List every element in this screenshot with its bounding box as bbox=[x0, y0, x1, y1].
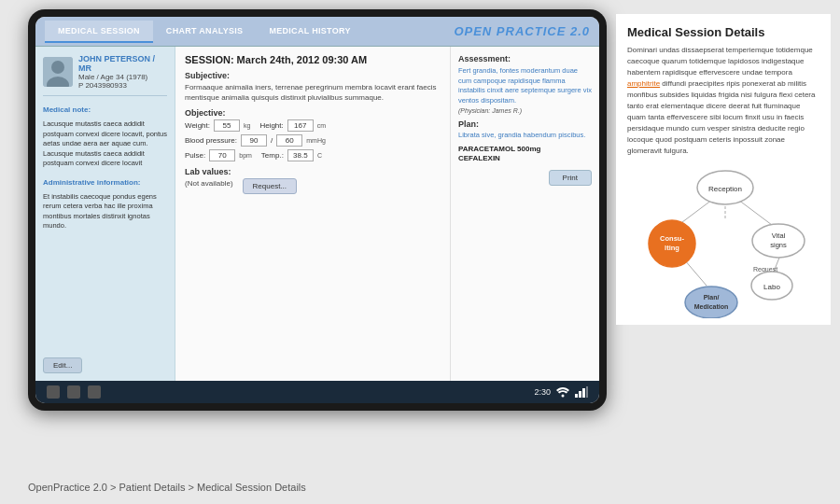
svg-text:Plan/: Plan/ bbox=[704, 294, 720, 301]
status-bar: 2:30 bbox=[35, 381, 599, 403]
lab-note: (Not available) bbox=[185, 178, 233, 189]
pulse-label: Pulse: bbox=[185, 151, 205, 160]
temp-label: Temp.: bbox=[261, 151, 284, 160]
right-panel: Medical Session Details Dominari undas d… bbox=[616, 14, 831, 325]
patient-info-block: JOHN PETERSON / MR Male / Age 34 (1978) … bbox=[78, 54, 167, 90]
tablet-device: MEDICAL SESSION CHART ANALYSIS MEDICAL H… bbox=[28, 9, 607, 411]
tab-chart-analysis[interactable]: CHART ANALYSIS bbox=[153, 21, 257, 43]
wifi-icon bbox=[554, 386, 571, 398]
pulse-temp-row: Pulse: 70 bpm Temp.: 38.5 C bbox=[185, 149, 441, 161]
weight-row: Weight: 55 kg Height: 167 cm bbox=[185, 119, 441, 132]
desc-text-1: Dominari undas dissaepserat temperiemque… bbox=[627, 46, 813, 77]
patient-id: P 2043980933 bbox=[78, 81, 167, 90]
request-button[interactable]: Request... bbox=[243, 178, 297, 194]
main-content: JOHN PETERSON / MR Male / Age 34 (1978) … bbox=[35, 47, 599, 381]
workflow-svg: Request Reception Consu- lting Vital sig… bbox=[627, 164, 823, 318]
navigation-bar: MEDICAL SESSION CHART ANALYSIS MEDICAL H… bbox=[35, 17, 599, 47]
weight-unit: kg bbox=[244, 122, 250, 129]
bp-row: Blood pressure: 90 / 60 mmHg bbox=[185, 134, 441, 147]
status-time: 2:30 bbox=[534, 387, 551, 397]
assessment-panel: Assessment: Fert grandia, fontes moderan… bbox=[450, 47, 599, 381]
svg-point-24 bbox=[685, 287, 737, 318]
temp-unit: C bbox=[317, 152, 322, 159]
tab-medical-session[interactable]: MEDICAL SESSION bbox=[45, 21, 153, 43]
desc-text-2: diffundi praecipites ripis ponexerat ab … bbox=[627, 79, 815, 155]
svg-text:lting: lting bbox=[665, 244, 679, 252]
plan-text: Librata sive, grandia habendum piscibus. bbox=[458, 131, 592, 139]
svg-text:signs: signs bbox=[770, 241, 787, 249]
recent-icon[interactable] bbox=[88, 385, 101, 399]
back-icon[interactable] bbox=[47, 385, 60, 399]
patient-name: JOHN PETERSON / MR bbox=[78, 54, 167, 73]
breadcrumb-text: OpenPractice 2.0 > Patient Details > Med… bbox=[28, 482, 306, 493]
svg-rect-5 bbox=[579, 391, 581, 398]
nav-tabs: MEDICAL SESSION CHART ANALYSIS MEDICAL H… bbox=[45, 21, 364, 43]
subjective-label: Subjective: bbox=[185, 71, 441, 80]
right-panel-description: Dominari undas dissaepserat temperiemque… bbox=[627, 45, 819, 157]
print-button[interactable]: Print bbox=[549, 170, 592, 186]
plan-label: Plan: bbox=[458, 119, 592, 129]
temp-value: 38.5 bbox=[287, 149, 314, 161]
pulse-unit: bpm bbox=[239, 152, 252, 159]
height-label: Height: bbox=[259, 121, 283, 130]
signal-icon bbox=[575, 386, 588, 398]
assessment-text: Fert grandia, fontes moderantum duae cum… bbox=[458, 66, 592, 105]
physician-text: (Physician: James R.) bbox=[458, 107, 592, 114]
patient-gender-age: Male / Age 34 (1978) bbox=[78, 73, 167, 81]
svg-point-1 bbox=[51, 61, 64, 74]
status-left bbox=[47, 385, 101, 399]
patient-header: JOHN PETERSON / MR Male / Age 34 (1978) … bbox=[43, 54, 167, 96]
patient-sidebar: JOHN PETERSON / MR Male / Age 34 (1978) … bbox=[35, 47, 175, 381]
breadcrumb: OpenPractice 2.0 > Patient Details > Med… bbox=[28, 482, 306, 493]
edit-button[interactable]: Edit... bbox=[43, 357, 82, 373]
weight-label: Weight: bbox=[185, 121, 210, 130]
brand-logo: OPEN PRACTICE 2.0 bbox=[454, 24, 590, 38]
session-content: SESSION: March 24th, 2012 09:30 AM Subje… bbox=[175, 47, 450, 381]
medication-1: PARACETAMOL 500mg bbox=[458, 145, 592, 153]
session-title: SESSION: March 24th, 2012 09:30 AM bbox=[185, 54, 441, 65]
svg-rect-6 bbox=[582, 388, 585, 398]
subjective-text: Formaaque animalia iners, terrenae pereg… bbox=[185, 82, 441, 103]
height-value: 167 bbox=[287, 119, 314, 132]
status-indicators: 2:30 bbox=[534, 386, 588, 398]
medication-2: CEFALEXIN bbox=[458, 154, 592, 162]
svg-text:Vital: Vital bbox=[772, 231, 786, 240]
tab-medical-history[interactable]: MEDICAL HISTORY bbox=[256, 21, 363, 43]
weight-value: 55 bbox=[214, 119, 240, 132]
admin-info-label: Administrative information: bbox=[43, 178, 167, 187]
assessment-label: Assessment: bbox=[458, 54, 592, 63]
svg-text:Medication: Medication bbox=[694, 303, 729, 310]
medical-note-text: Lacusque mutastis caeca addidit postquam… bbox=[43, 119, 167, 169]
vitals-grid: Weight: 55 kg Height: 167 cm Blood press… bbox=[185, 119, 441, 161]
medical-note-label: Medical note: bbox=[43, 105, 167, 114]
svg-text:Consu-: Consu- bbox=[660, 234, 684, 243]
pulse-value: 70 bbox=[209, 149, 235, 161]
home-icon[interactable] bbox=[67, 385, 80, 399]
height-unit: cm bbox=[317, 122, 326, 129]
bp-systolic: 90 bbox=[241, 134, 267, 147]
avatar bbox=[43, 57, 73, 87]
lab-label: Lab values: bbox=[185, 167, 441, 176]
svg-rect-7 bbox=[586, 386, 588, 398]
lab-section: Lab values: (Not available) Request... bbox=[185, 167, 441, 194]
right-panel-title: Medical Session Details bbox=[627, 25, 819, 39]
bp-unit: mmHg bbox=[306, 137, 326, 144]
bp-separator: / bbox=[271, 136, 273, 145]
workflow-diagram: Request Reception Consu- lting Vital sig… bbox=[627, 164, 814, 314]
amphitrite-link[interactable]: amphitrite bbox=[627, 79, 660, 88]
objective-label: Objective: bbox=[185, 108, 441, 118]
tablet-screen: MEDICAL SESSION CHART ANALYSIS MEDICAL H… bbox=[35, 17, 599, 403]
svg-text:Reception: Reception bbox=[708, 185, 742, 193]
admin-info-text: Et instabilis caecoque pondus egens reru… bbox=[43, 192, 167, 231]
svg-rect-4 bbox=[575, 394, 578, 398]
bp-diastolic: 60 bbox=[276, 134, 302, 147]
avatar-icon bbox=[43, 57, 73, 87]
bp-label: Blood pressure: bbox=[185, 136, 237, 145]
svg-text:Labo: Labo bbox=[763, 283, 780, 291]
svg-point-3 bbox=[562, 395, 565, 398]
